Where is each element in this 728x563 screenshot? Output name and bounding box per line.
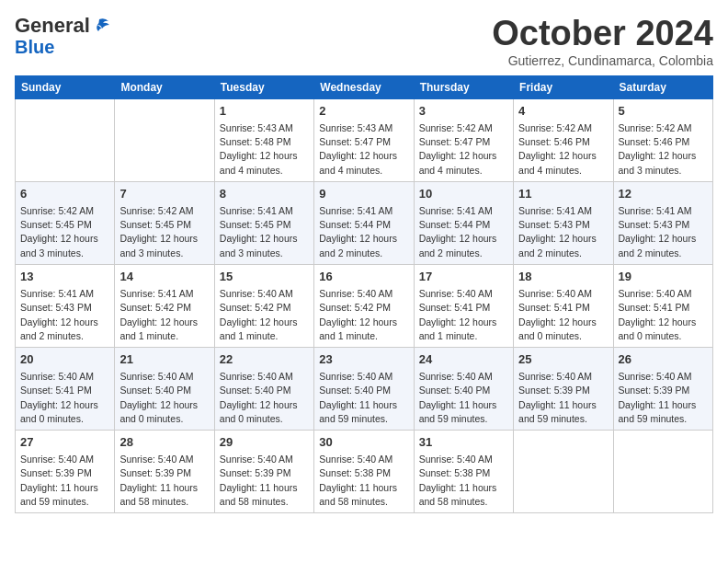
calendar-table: SundayMondayTuesdayWednesdayThursdayFrid… [15, 75, 713, 513]
calendar-cell: 17Sunrise: 5:40 AM Sunset: 5:41 PM Dayli… [414, 264, 513, 347]
calendar-cell: 6Sunrise: 5:42 AM Sunset: 5:45 PM Daylig… [16, 181, 115, 264]
calendar-cell: 22Sunrise: 5:40 AM Sunset: 5:40 PM Dayli… [214, 347, 313, 430]
day-info: Sunrise: 5:40 AM Sunset: 5:42 PM Dayligh… [319, 287, 408, 343]
day-number: 3 [419, 103, 508, 120]
calendar-week-row: 6Sunrise: 5:42 AM Sunset: 5:45 PM Daylig… [16, 181, 713, 264]
day-info: Sunrise: 5:42 AM Sunset: 5:45 PM Dayligh… [119, 204, 209, 260]
logo-general: General [15, 15, 90, 37]
calendar-cell: 26Sunrise: 5:40 AM Sunset: 5:39 PM Dayli… [613, 347, 712, 430]
logo-bird-icon [92, 16, 112, 36]
day-info: Sunrise: 5:43 AM Sunset: 5:47 PM Dayligh… [319, 121, 408, 178]
weekday-header-thursday: Thursday [414, 75, 513, 98]
day-info: Sunrise: 5:40 AM Sunset: 5:39 PM Dayligh… [518, 370, 608, 426]
calendar-week-row: 20Sunrise: 5:40 AM Sunset: 5:41 PM Dayli… [16, 347, 713, 430]
logo-blue: Blue [15, 37, 54, 57]
day-number: 26 [619, 351, 708, 368]
day-number: 28 [119, 434, 209, 451]
day-number: 19 [619, 269, 708, 285]
day-info: Sunrise: 5:40 AM Sunset: 5:41 PM Dayligh… [619, 287, 708, 343]
day-info: Sunrise: 5:42 AM Sunset: 5:47 PM Dayligh… [419, 121, 508, 178]
day-info: Sunrise: 5:42 AM Sunset: 5:46 PM Dayligh… [518, 121, 608, 178]
day-number: 11 [518, 186, 608, 202]
day-info: Sunrise: 5:43 AM Sunset: 5:48 PM Dayligh… [220, 121, 309, 178]
logo: General Blue [15, 15, 112, 57]
page-header: General Blue October 2024 Gutierrez, Cun… [15, 15, 713, 68]
day-number: 6 [20, 186, 109, 202]
calendar-cell: 3Sunrise: 5:42 AM Sunset: 5:47 PM Daylig… [414, 98, 513, 181]
day-info: Sunrise: 5:40 AM Sunset: 5:40 PM Dayligh… [319, 370, 408, 426]
calendar-cell: 23Sunrise: 5:40 AM Sunset: 5:40 PM Dayli… [314, 347, 414, 430]
day-number: 10 [419, 186, 508, 202]
day-info: Sunrise: 5:40 AM Sunset: 5:38 PM Dayligh… [419, 453, 508, 509]
weekday-header-wednesday: Wednesday [314, 75, 414, 98]
day-number: 16 [319, 269, 408, 285]
day-info: Sunrise: 5:40 AM Sunset: 5:41 PM Dayligh… [20, 370, 109, 426]
day-info: Sunrise: 5:40 AM Sunset: 5:42 PM Dayligh… [220, 287, 309, 343]
calendar-cell: 4Sunrise: 5:42 AM Sunset: 5:46 PM Daylig… [514, 98, 613, 181]
calendar-cell: 14Sunrise: 5:41 AM Sunset: 5:42 PM Dayli… [115, 264, 214, 347]
day-info: Sunrise: 5:40 AM Sunset: 5:39 PM Dayligh… [20, 453, 109, 509]
month-title: October 2024 [492, 15, 713, 53]
day-info: Sunrise: 5:40 AM Sunset: 5:39 PM Dayligh… [119, 453, 209, 509]
day-info: Sunrise: 5:40 AM Sunset: 5:40 PM Dayligh… [220, 370, 309, 426]
weekday-header-tuesday: Tuesday [214, 75, 313, 98]
weekday-header-sunday: Sunday [16, 75, 115, 98]
day-number: 17 [419, 269, 508, 285]
day-number: 7 [119, 186, 209, 202]
calendar-cell [514, 431, 613, 513]
calendar-cell: 20Sunrise: 5:40 AM Sunset: 5:41 PM Dayli… [16, 347, 115, 430]
calendar-cell: 2Sunrise: 5:43 AM Sunset: 5:47 PM Daylig… [314, 98, 414, 181]
calendar-cell: 21Sunrise: 5:40 AM Sunset: 5:40 PM Dayli… [115, 347, 214, 430]
day-number: 30 [319, 434, 408, 451]
calendar-cell: 12Sunrise: 5:41 AM Sunset: 5:43 PM Dayli… [613, 181, 712, 264]
calendar-cell: 16Sunrise: 5:40 AM Sunset: 5:42 PM Dayli… [314, 264, 414, 347]
day-info: Sunrise: 5:40 AM Sunset: 5:41 PM Dayligh… [419, 287, 508, 343]
calendar-cell: 13Sunrise: 5:41 AM Sunset: 5:43 PM Dayli… [16, 264, 115, 347]
day-number: 1 [220, 103, 309, 120]
day-info: Sunrise: 5:40 AM Sunset: 5:39 PM Dayligh… [220, 453, 309, 509]
calendar-cell: 7Sunrise: 5:42 AM Sunset: 5:45 PM Daylig… [115, 181, 214, 264]
calendar-cell [16, 98, 115, 181]
calendar-cell: 31Sunrise: 5:40 AM Sunset: 5:38 PM Dayli… [414, 431, 513, 513]
calendar-cell: 9Sunrise: 5:41 AM Sunset: 5:44 PM Daylig… [314, 181, 414, 264]
day-info: Sunrise: 5:41 AM Sunset: 5:42 PM Dayligh… [119, 287, 209, 343]
calendar-week-row: 27Sunrise: 5:40 AM Sunset: 5:39 PM Dayli… [16, 431, 713, 513]
weekday-header-saturday: Saturday [613, 75, 712, 98]
calendar-cell: 30Sunrise: 5:40 AM Sunset: 5:38 PM Dayli… [314, 431, 414, 513]
calendar-cell [115, 98, 214, 181]
weekday-header-friday: Friday [514, 75, 613, 98]
day-info: Sunrise: 5:40 AM Sunset: 5:39 PM Dayligh… [619, 370, 708, 426]
weekday-header-monday: Monday [115, 75, 214, 98]
day-number: 8 [220, 186, 309, 202]
day-info: Sunrise: 5:42 AM Sunset: 5:46 PM Dayligh… [619, 121, 708, 178]
calendar-cell: 25Sunrise: 5:40 AM Sunset: 5:39 PM Dayli… [514, 347, 613, 430]
weekday-header-row: SundayMondayTuesdayWednesdayThursdayFrid… [16, 75, 713, 98]
day-number: 2 [319, 103, 408, 120]
day-info: Sunrise: 5:41 AM Sunset: 5:45 PM Dayligh… [220, 204, 309, 260]
calendar-cell [613, 431, 712, 513]
day-number: 9 [319, 186, 408, 202]
calendar-cell: 28Sunrise: 5:40 AM Sunset: 5:39 PM Dayli… [115, 431, 214, 513]
day-number: 13 [20, 269, 109, 285]
day-number: 21 [119, 351, 209, 368]
day-info: Sunrise: 5:40 AM Sunset: 5:40 PM Dayligh… [419, 370, 508, 426]
day-number: 24 [419, 351, 508, 368]
calendar-cell: 27Sunrise: 5:40 AM Sunset: 5:39 PM Dayli… [16, 431, 115, 513]
day-info: Sunrise: 5:41 AM Sunset: 5:43 PM Dayligh… [619, 204, 708, 260]
day-info: Sunrise: 5:40 AM Sunset: 5:40 PM Dayligh… [119, 370, 209, 426]
day-number: 23 [319, 351, 408, 368]
day-number: 20 [20, 351, 109, 368]
calendar-cell: 11Sunrise: 5:41 AM Sunset: 5:43 PM Dayli… [514, 181, 613, 264]
day-info: Sunrise: 5:40 AM Sunset: 5:38 PM Dayligh… [319, 453, 408, 509]
day-number: 29 [220, 434, 309, 451]
day-number: 31 [419, 434, 508, 451]
calendar-cell: 18Sunrise: 5:40 AM Sunset: 5:41 PM Dayli… [514, 264, 613, 347]
day-number: 14 [119, 269, 209, 285]
day-info: Sunrise: 5:41 AM Sunset: 5:44 PM Dayligh… [319, 204, 408, 260]
location-subtitle: Gutierrez, Cundinamarca, Colombia [492, 53, 713, 68]
calendar-cell: 29Sunrise: 5:40 AM Sunset: 5:39 PM Dayli… [214, 431, 313, 513]
day-number: 15 [220, 269, 309, 285]
calendar-week-row: 1Sunrise: 5:43 AM Sunset: 5:48 PM Daylig… [16, 98, 713, 181]
title-area: October 2024 Gutierrez, Cundinamarca, Co… [492, 15, 713, 68]
day-number: 5 [619, 103, 708, 120]
